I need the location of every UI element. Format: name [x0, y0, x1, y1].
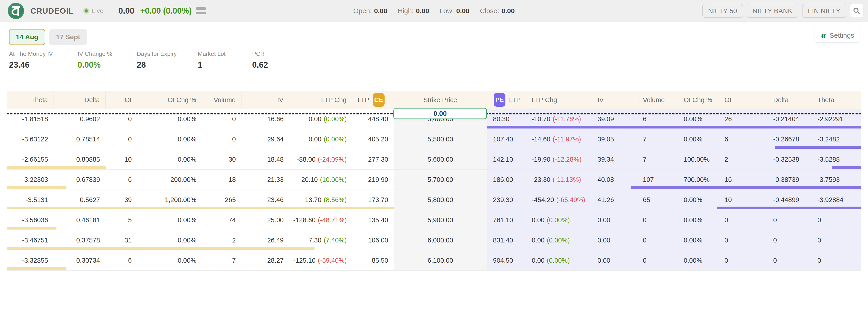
menu-icon[interactable] — [196, 7, 206, 14]
pe-theta-cell: 0 — [814, 250, 861, 270]
stat-iv-change: IV Change % 0.00% — [78, 50, 112, 70]
ce-oi-cell: 0 — [106, 129, 137, 149]
pe-iv-cell: 41.26 — [594, 190, 640, 210]
pe-volume-cell: 65 — [640, 190, 680, 210]
pe-ltp-chg-cell: -14.60(-11.97%) — [528, 129, 594, 149]
broker-logo-icon — [8, 3, 24, 19]
ce-theta-cell: -3.63122 — [7, 129, 54, 149]
index-shortcuts: NIFTY 50 NIFTY BANK FIN NIFTY — [703, 4, 863, 18]
pe-iv-cell: 39.34 — [594, 149, 640, 169]
pe-ltp-chg-cell: 0.00(0.00%) — [528, 210, 594, 230]
pe-ltp-cell: 186.00 — [487, 170, 528, 190]
option-chain-row[interactable]: -3.51310.5627391,200.00%26523.4613.70(8.… — [7, 190, 861, 210]
stat-pcr: PCR 0.62 — [252, 50, 268, 70]
pe-iv-cell: 0.00 — [594, 210, 640, 230]
pe-oi-cell: 0 — [721, 230, 770, 250]
strike-price-cell: 5,500.00 — [394, 129, 487, 149]
ohlc-strip: Open: 0.00 High: 0.00 Low: 0.00 Close: 0… — [353, 0, 515, 22]
search-icon — [853, 7, 861, 15]
ce-header-volume: Volume — [202, 91, 242, 109]
ce-header-oi: OI — [106, 91, 137, 109]
ce-iv-cell: 21.33 — [242, 170, 289, 190]
ltp-change-percent: (0.00%) — [323, 136, 347, 143]
option-chain-row[interactable]: -2.661550.80885100.00%3018.48-88.00(-24.… — [7, 149, 861, 170]
ltp-change-percent: (-11.76%) — [553, 115, 581, 123]
strike-price-cell: 5,600.00 — [394, 149, 487, 169]
option-chain-row[interactable]: -3.631220.7851400.00%029.640.00(0.00%)40… — [7, 129, 861, 149]
pe-oi-bar — [631, 186, 861, 189]
ce-ltp-chg-cell: -88.00(-24.09%) — [289, 149, 352, 169]
stat-value: 1 — [198, 60, 226, 70]
ce-ltp-chg-cell: 0.00(0.00%) — [289, 109, 352, 129]
ce-volume-cell: 0 — [202, 129, 242, 149]
settings-label: Settings — [830, 32, 854, 39]
ce-delta-cell: 0.46181 — [54, 210, 106, 230]
ce-ltp-chg-cell: 0.00(0.00%) — [289, 129, 352, 149]
option-chain-page: CRUDEOIL Live 0.00 +0.00 (0.00%) Open: 0… — [0, 0, 868, 331]
niftybank-button[interactable]: NIFTY BANK — [747, 4, 798, 18]
pe-header-volume: Volume — [640, 91, 680, 109]
pe-oi-cell: 6 — [721, 129, 770, 149]
pe-header-ltp: PELTP — [487, 91, 528, 109]
pe-header-iv: IV — [594, 91, 640, 109]
ce-delta-cell: 0.9602 — [54, 109, 106, 129]
finnifty-button[interactable]: FIN NIFTY — [802, 4, 846, 18]
strike-price-cell: 6,100.00 — [394, 250, 487, 270]
expiry-tabs: 14 Aug 17 Sept — [9, 29, 87, 45]
option-chain-body: -1.815180.960200.00%016.660.00(0.00%)448… — [7, 109, 861, 271]
ce-ltp-chg-cell: -125.10(-59.40%) — [289, 250, 352, 270]
ohlc-high-label: High: — [398, 7, 413, 15]
pe-iv-cell: 39.05 — [594, 129, 640, 149]
ce-ltp-cell: 405.20 — [352, 129, 394, 149]
ce-ltp-chg-cell: 20.10(10.06%) — [289, 170, 352, 190]
pe-oi-chg-cell: 0.00% — [680, 210, 721, 230]
option-chain-row[interactable]: -3.467510.37578310.00%226.497.30(7.40%)1… — [7, 230, 861, 250]
pe-theta-cell: 0 — [814, 230, 861, 250]
pe-header-oi: OI — [721, 91, 770, 109]
ce-oi-chg-cell: 200.00% — [137, 170, 202, 190]
pe-oi-chg-cell: 0.00% — [680, 190, 721, 210]
ce-oi-chg-cell: 0.00% — [137, 210, 202, 230]
ce-header-ltp-chg: LTP Chg — [289, 91, 352, 109]
live-dot-icon — [83, 8, 89, 14]
expiry-tab-14aug[interactable]: 14 Aug — [9, 29, 45, 45]
ltp-change-percent: (0.00%) — [547, 237, 570, 244]
stat-label: Market Lot — [198, 50, 226, 57]
ce-badge: CE — [373, 93, 384, 107]
ce-ltp-cell: 85.50 — [352, 250, 394, 270]
option-chain-row[interactable]: -3.328550.3073460.00%728.27-125.10(-59.4… — [7, 250, 861, 271]
pe-ltp-chg-cell: -19.90(-12.28%) — [528, 149, 594, 169]
settings-button[interactable]: « Settings — [815, 28, 860, 43]
ce-iv-cell: 28.27 — [242, 250, 289, 270]
ltp-change-percent: (-12.28%) — [553, 156, 581, 163]
ohlc-low-label: Low: — [440, 7, 454, 15]
pe-header-oi-chg-: OI Chg % — [680, 91, 721, 109]
stat-market-lot: Market Lot 1 — [198, 50, 226, 70]
stat-value: 0.00% — [78, 60, 112, 70]
ltp-change-percent: (0.00%) — [547, 216, 570, 224]
expiry-tab-17sept[interactable]: 17 Sept — [49, 29, 87, 45]
ohlc-high-value: 0.00 — [416, 7, 429, 15]
pe-header-ltp-chg: LTP Chg — [528, 91, 594, 109]
ce-volume-cell: 74 — [202, 210, 242, 230]
nifty50-button[interactable]: NIFTY 50 — [703, 4, 743, 18]
ce-volume-cell: 0 — [202, 109, 242, 129]
pe-oi-chg-cell: 0.00% — [680, 129, 721, 149]
ohlc-low-value: 0.00 — [456, 7, 469, 15]
pe-oi-bar — [832, 166, 861, 169]
stat-value: 28 — [137, 60, 177, 70]
stat-label: IV Change % — [78, 50, 112, 57]
ce-header-oi-chg-: OI Chg % — [137, 91, 202, 109]
ce-ltp-cell: 219.90 — [352, 170, 394, 190]
ce-ltp-cell: 448.40 — [352, 109, 394, 129]
option-chain-row[interactable]: -3.223030.678396200.00%1821.3320.10(10.0… — [7, 170, 861, 190]
last-price: 0.00 — [118, 6, 134, 16]
search-button[interactable] — [850, 4, 863, 18]
ohlc-close-value: 0.00 — [501, 7, 515, 15]
ce-volume-cell: 18 — [202, 170, 242, 190]
pe-oi-cell: 2 — [721, 149, 770, 169]
ohlc-close-label: Close: — [480, 7, 499, 15]
ohlc-open-value: 0.00 — [374, 7, 387, 15]
option-chain-row[interactable]: -3.560360.4618150.00%7425.00-128.60(-48.… — [7, 210, 861, 230]
price-change: +0.00 (0.00%) — [140, 6, 192, 16]
